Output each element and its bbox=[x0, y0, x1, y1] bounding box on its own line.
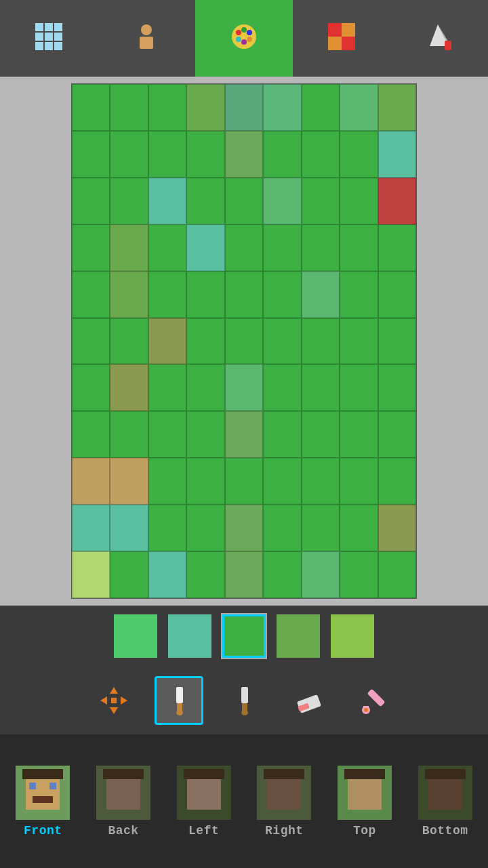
face-item-front[interactable]: Front bbox=[9, 766, 77, 837]
grid-cell[interactable] bbox=[263, 458, 301, 505]
grid-cell[interactable] bbox=[110, 551, 148, 598]
grid-cell[interactable] bbox=[263, 551, 301, 598]
grid-cell[interactable] bbox=[225, 224, 263, 271]
grid-cell[interactable] bbox=[340, 458, 378, 505]
nav-color-effect[interactable] bbox=[293, 0, 390, 77]
face-item-top[interactable]: Top bbox=[331, 766, 399, 837]
grid-cell[interactable] bbox=[378, 364, 416, 411]
move-tool[interactable] bbox=[89, 676, 138, 725]
grid-cell[interactable] bbox=[340, 411, 378, 458]
grid-cell[interactable] bbox=[225, 178, 263, 224]
grid-cell[interactable] bbox=[148, 411, 186, 458]
grid-cell[interactable] bbox=[263, 505, 301, 551]
grid-cell[interactable] bbox=[378, 271, 416, 318]
grid-cell[interactable] bbox=[340, 224, 378, 271]
grid-cell[interactable] bbox=[186, 364, 224, 411]
grid-cell[interactable] bbox=[378, 505, 416, 551]
face-item-right[interactable]: Right bbox=[250, 766, 318, 837]
face-item-back[interactable]: Back bbox=[89, 766, 157, 837]
grid-cell[interactable] bbox=[110, 411, 148, 458]
grid-cell[interactable] bbox=[110, 458, 148, 505]
grid-cell[interactable] bbox=[302, 458, 340, 505]
grid-cell[interactable] bbox=[148, 505, 186, 551]
face-item-left[interactable]: Left bbox=[170, 766, 238, 837]
face-item-bottom[interactable]: Bottom bbox=[411, 766, 479, 837]
grid-cell[interactable] bbox=[302, 364, 340, 411]
grid-cell[interactable] bbox=[263, 178, 301, 224]
grid-cell[interactable] bbox=[263, 318, 301, 365]
grid-cell[interactable] bbox=[110, 178, 148, 224]
grid-cell[interactable] bbox=[340, 551, 378, 598]
grid-cell[interactable] bbox=[263, 271, 301, 318]
grid-cell[interactable] bbox=[302, 84, 340, 131]
grid-cell[interactable] bbox=[225, 84, 263, 131]
grid-cell[interactable] bbox=[72, 271, 110, 318]
grid-cell[interactable] bbox=[225, 318, 263, 365]
grid-cell[interactable] bbox=[225, 364, 263, 411]
grid-cell[interactable] bbox=[302, 411, 340, 458]
nav-grid[interactable] bbox=[0, 0, 98, 77]
grid-cell[interactable] bbox=[72, 411, 110, 458]
grid-cell[interactable] bbox=[72, 84, 110, 131]
eraser-tool[interactable] bbox=[285, 676, 333, 725]
grid-cell[interactable] bbox=[148, 271, 186, 318]
grid-cell[interactable] bbox=[186, 131, 224, 178]
grid-cell[interactable] bbox=[263, 364, 301, 411]
grid-cell[interactable] bbox=[186, 178, 224, 224]
grid-cell[interactable] bbox=[186, 411, 224, 458]
grid-cell[interactable] bbox=[110, 318, 148, 365]
eyedropper-tool[interactable] bbox=[350, 676, 399, 725]
grid-cell[interactable] bbox=[110, 271, 148, 318]
grid-cell[interactable] bbox=[340, 318, 378, 365]
grid-cell[interactable] bbox=[302, 178, 340, 224]
grid-cell[interactable] bbox=[110, 131, 148, 178]
grid-cell[interactable] bbox=[340, 364, 378, 411]
grid-cell[interactable] bbox=[186, 505, 224, 551]
grid-cell[interactable] bbox=[378, 178, 416, 224]
grid-cell[interactable] bbox=[263, 224, 301, 271]
grid-cell[interactable] bbox=[302, 271, 340, 318]
grid-cell[interactable] bbox=[148, 178, 186, 224]
nav-color[interactable] bbox=[195, 0, 293, 77]
grid-cell[interactable] bbox=[378, 458, 416, 505]
grid-cell[interactable] bbox=[225, 271, 263, 318]
grid-cell[interactable] bbox=[72, 505, 110, 551]
brush-tool[interactable] bbox=[155, 676, 203, 725]
grid-cell[interactable] bbox=[148, 458, 186, 505]
grid-cell[interactable] bbox=[148, 131, 186, 178]
palette-swatch-2[interactable] bbox=[222, 614, 266, 658]
grid-cell[interactable] bbox=[378, 551, 416, 598]
grid-cell[interactable] bbox=[225, 505, 263, 551]
grid-cell[interactable] bbox=[72, 364, 110, 411]
nav-fill-color[interactable] bbox=[390, 0, 488, 77]
grid-cell[interactable] bbox=[302, 224, 340, 271]
palette-swatch-4[interactable] bbox=[331, 614, 374, 658]
grid-cell[interactable] bbox=[225, 551, 263, 598]
grid-cell[interactable] bbox=[225, 131, 263, 178]
grid-cell[interactable] bbox=[148, 364, 186, 411]
grid-cell[interactable] bbox=[72, 551, 110, 598]
grid-cell[interactable] bbox=[340, 271, 378, 318]
grid-cell[interactable] bbox=[302, 505, 340, 551]
brush2-tool[interactable] bbox=[220, 676, 268, 725]
grid-cell[interactable] bbox=[340, 178, 378, 224]
grid-cell[interactable] bbox=[148, 318, 186, 365]
grid-cell[interactable] bbox=[110, 224, 148, 271]
grid-cell[interactable] bbox=[340, 505, 378, 551]
palette-swatch-0[interactable] bbox=[114, 614, 157, 658]
grid-cell[interactable] bbox=[225, 411, 263, 458]
grid-cell[interactable] bbox=[110, 84, 148, 131]
palette-swatch-3[interactable] bbox=[277, 614, 320, 658]
grid-cell[interactable] bbox=[340, 84, 378, 131]
grid-cell[interactable] bbox=[263, 411, 301, 458]
grid-cell[interactable] bbox=[186, 271, 224, 318]
grid-cell[interactable] bbox=[263, 131, 301, 178]
grid-cell[interactable] bbox=[186, 458, 224, 505]
grid-cell[interactable] bbox=[72, 178, 110, 224]
grid-cell[interactable] bbox=[186, 84, 224, 131]
grid-cell[interactable] bbox=[186, 318, 224, 365]
grid-cell[interactable] bbox=[110, 364, 148, 411]
grid-cell[interactable] bbox=[225, 458, 263, 505]
grid-cell[interactable] bbox=[72, 131, 110, 178]
nav-upper-layer[interactable] bbox=[98, 0, 195, 77]
